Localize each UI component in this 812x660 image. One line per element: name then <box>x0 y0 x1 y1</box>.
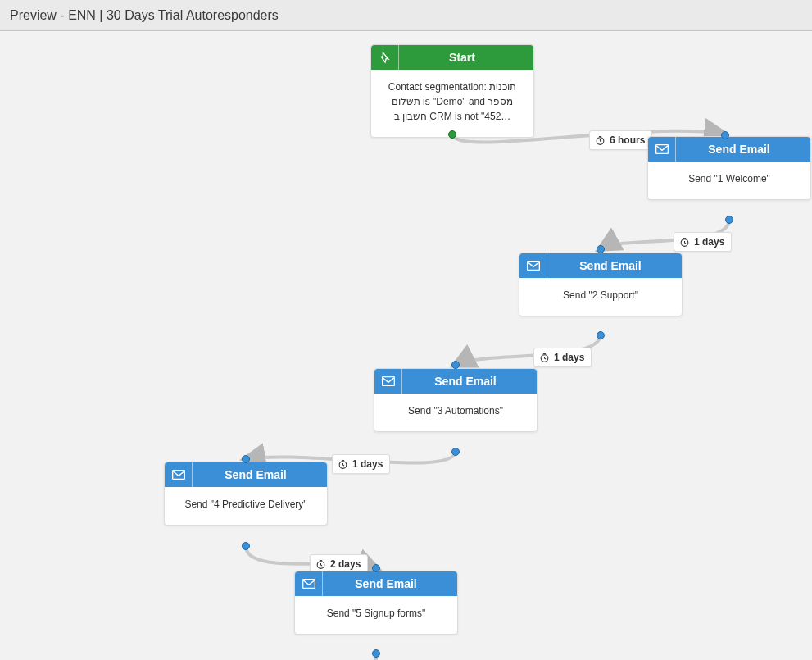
email4-out-port[interactable] <box>242 542 250 550</box>
clock-icon <box>539 353 550 363</box>
email2-in-port[interactable] <box>597 245 605 253</box>
email1-node[interactable]: Send Email Send "1 Welcome" <box>647 136 811 200</box>
email3-out-port[interactable] <box>451 448 460 456</box>
workflow-canvas[interactable]: Start Contact segmentation: תוכנית תשלום… <box>0 31 812 660</box>
delay-chip-1-label: 6 hours <box>610 134 645 146</box>
email1-in-port[interactable] <box>721 131 729 139</box>
start-node[interactable]: Start Contact segmentation: תוכנית תשלום… <box>370 44 534 138</box>
email2-out-port[interactable] <box>597 331 605 339</box>
start-node-header: Start <box>371 45 533 70</box>
email4-node-title: Send Email <box>193 468 327 481</box>
clock-icon <box>338 459 348 470</box>
delay-chip-4[interactable]: 1 days <box>332 454 390 474</box>
email3-node-header: Send Email <box>374 369 537 394</box>
email1-node-body: Send "1 Welcome" <box>648 162 810 199</box>
email5-out-port[interactable] <box>372 649 380 658</box>
clock-icon <box>595 135 606 146</box>
svg-rect-5 <box>382 377 394 386</box>
email5-node[interactable]: Send Email Send "5 Signup forms" <box>294 571 458 635</box>
delay-chip-2[interactable]: 1 days <box>674 232 732 252</box>
email5-node-body: Send "5 Signup forms" <box>295 596 457 634</box>
svg-rect-1 <box>655 145 668 154</box>
pointer-icon <box>371 45 399 70</box>
delay-chip-5-label: 2 days <box>330 558 361 570</box>
delay-chip-3[interactable]: 1 days <box>533 348 592 367</box>
email1-node-header: Send Email <box>648 137 810 162</box>
delay-chip-3-label: 1 days <box>554 352 584 363</box>
window-titlebar: Preview - ENN | 30 Days Trial Autorespon… <box>0 0 812 31</box>
svg-rect-7 <box>172 471 184 480</box>
delay-chip-4-label: 1 days <box>352 458 383 470</box>
start-out-port[interactable] <box>448 130 456 139</box>
mail-icon <box>374 369 402 394</box>
start-node-body: Contact segmentation: תוכנית תשלום is "D… <box>371 70 533 137</box>
email3-node-title: Send Email <box>402 375 537 388</box>
email2-node-header: Send Email <box>519 253 682 278</box>
svg-rect-3 <box>527 262 539 271</box>
mail-icon <box>648 137 676 162</box>
mail-icon <box>165 462 193 487</box>
email5-node-header: Send Email <box>295 571 457 596</box>
window-title: Preview - ENN | 30 Days Trial Autorespon… <box>10 8 279 23</box>
start-node-title: Start <box>399 51 533 64</box>
email2-node-title: Send Email <box>547 259 682 272</box>
email4-node-header: Send Email <box>165 462 327 487</box>
clock-icon <box>315 559 326 570</box>
email5-in-port[interactable] <box>372 564 380 572</box>
mail-icon <box>519 253 547 278</box>
email2-node-body: Send "2 Support" <box>519 278 682 316</box>
email1-out-port[interactable] <box>725 216 733 224</box>
svg-rect-9 <box>302 580 315 589</box>
email2-node[interactable]: Send Email Send "2 Support" <box>519 253 683 316</box>
email5-node-title: Send Email <box>323 577 457 590</box>
email1-node-title: Send Email <box>676 143 810 156</box>
clock-icon <box>679 237 690 248</box>
email3-node-body: Send "3 Automations" <box>374 394 537 431</box>
delay-chip-2-label: 1 days <box>694 236 724 248</box>
email3-node[interactable]: Send Email Send "3 Automations" <box>374 368 538 432</box>
email4-in-port[interactable] <box>242 455 250 463</box>
email3-in-port[interactable] <box>451 361 460 369</box>
delay-chip-1[interactable]: 6 hours <box>589 130 652 150</box>
email4-node[interactable]: Send Email Send "4 Predictive Delivery" <box>164 462 328 526</box>
mail-icon <box>295 571 323 596</box>
email4-node-body: Send "4 Predictive Delivery" <box>165 487 327 525</box>
